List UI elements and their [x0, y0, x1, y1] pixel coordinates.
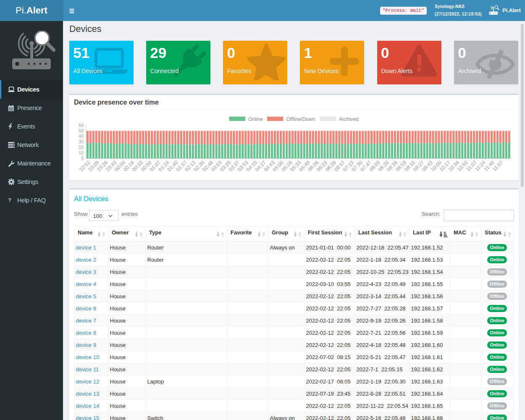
svg-text:30: 30	[79, 139, 84, 144]
svg-text:Archived: Archived	[339, 116, 359, 122]
svg-text:0: 0	[81, 156, 84, 161]
svg-text:50: 50	[79, 128, 84, 133]
svg-text:20: 20	[79, 145, 84, 150]
svg-text:11:57: 11:57	[491, 159, 504, 172]
svg-text:40: 40	[79, 134, 84, 139]
svg-text:Online: Online	[248, 116, 263, 122]
svg-text:10: 10	[79, 150, 84, 155]
svg-text:60: 60	[79, 123, 84, 128]
svg-text:Offline/Down: Offline/Down	[286, 116, 315, 122]
